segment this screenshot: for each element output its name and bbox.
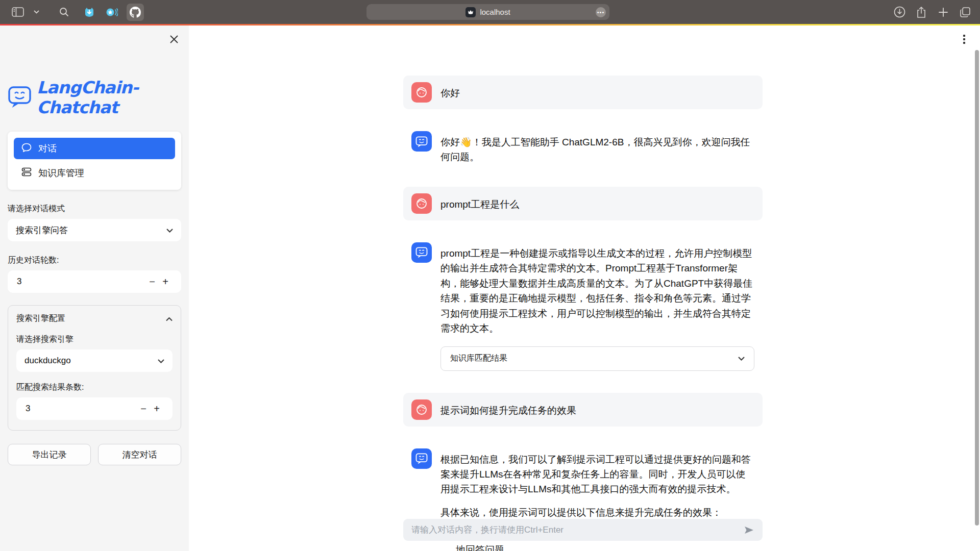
assistant-avatar bbox=[411, 448, 432, 469]
extension-cat-icon[interactable] bbox=[82, 5, 97, 20]
chevron-down-icon bbox=[158, 356, 164, 366]
result-count-label: 匹配搜索结果条数: bbox=[16, 382, 173, 393]
tabs-overview-icon[interactable] bbox=[958, 5, 973, 20]
assistant-message: prompt工程是一种创建提示或指导以生成文本的过程，允许用户控制模型的输出并生… bbox=[403, 236, 763, 378]
send-icon[interactable] bbox=[743, 524, 754, 536]
nav-card: 对话 知识库管理 bbox=[8, 132, 181, 190]
decrement-button[interactable]: − bbox=[145, 276, 159, 288]
database-icon bbox=[21, 167, 32, 179]
history-rounds-input[interactable]: 3 − + bbox=[8, 270, 181, 293]
vertical-scrollbar[interactable] bbox=[975, 50, 979, 525]
result-count-input[interactable]: 3 − + bbox=[16, 397, 173, 420]
dialog-mode-label: 请选择对话模式 bbox=[8, 204, 181, 214]
chat-bubble-icon bbox=[21, 143, 32, 155]
kb-match-results-expander[interactable]: 知识库匹配结果 bbox=[440, 346, 754, 371]
search-engine-config-expander: 搜索引擎配置 请选择搜索引擎 duckduckgo 匹配搜索结果条数: 3 bbox=[8, 305, 181, 431]
kebab-menu-icon[interactable] bbox=[958, 32, 971, 47]
logo-text: LangChain-Chatchat bbox=[37, 78, 181, 117]
chevron-down-icon[interactable] bbox=[33, 5, 40, 20]
browser-toolbar: localhost ••• bbox=[0, 0, 980, 24]
nav-item-dialogue[interactable]: 对话 bbox=[14, 138, 175, 159]
nav-item-knowledge-base[interactable]: 知识库管理 bbox=[14, 162, 175, 184]
close-icon[interactable] bbox=[168, 34, 180, 45]
user-avatar bbox=[411, 399, 432, 420]
url-text: localhost bbox=[480, 8, 510, 16]
message-text: 你好 bbox=[440, 82, 754, 101]
chat-message-list: 你好 你好👋！我是人工智能助手 ChatGLM2-6B，很高兴见到你，欢迎问我任… bbox=[403, 26, 763, 551]
logo-chat-bubble-icon bbox=[8, 85, 32, 110]
message-text: 根据已知信息，我们可以了解到提示词工程可以通过提供更好的问题和答案来提升LLMs… bbox=[440, 452, 754, 497]
message-text: 提示词如何提升完成任务的效果 bbox=[440, 399, 754, 418]
user-avatar bbox=[411, 193, 432, 214]
extension-github-icon[interactable] bbox=[127, 4, 144, 21]
message-text: prompt工程是什么 bbox=[440, 193, 754, 212]
downloads-icon[interactable] bbox=[892, 5, 907, 20]
clear-dialog-button[interactable]: 清空对话 bbox=[98, 444, 181, 465]
expander-title: 搜索引擎配置 bbox=[16, 313, 65, 324]
dialog-mode-select[interactable]: 搜索引擎问答 bbox=[8, 219, 181, 241]
decrement-button[interactable]: − bbox=[137, 403, 150, 415]
user-message: 提示词如何提升完成任务的效果 bbox=[403, 393, 763, 427]
search-engine-label: 请选择搜索引擎 bbox=[16, 334, 173, 345]
increment-button[interactable]: + bbox=[150, 403, 163, 415]
search-engine-value: duckduckgo bbox=[24, 356, 71, 366]
dialog-mode-value: 搜索引擎问答 bbox=[16, 224, 68, 236]
message-text: prompt工程是一种创建提示或指导以生成文本的过程，允许用户控制模型的输出并生… bbox=[440, 248, 752, 334]
sidebar-toggle-icon[interactable] bbox=[10, 5, 26, 20]
message-text: 具体来说，使用提示词可以提供以下信息来提升完成任务的效果： bbox=[440, 505, 754, 520]
chat-main: 你好 你好👋！我是人工智能助手 ChatGLM2-6B，很高兴见到你，欢迎问我任… bbox=[189, 26, 980, 551]
chat-input-bar bbox=[403, 519, 763, 541]
history-rounds-label: 历史对话轮数: bbox=[8, 255, 181, 266]
chevron-up-icon bbox=[166, 314, 173, 323]
ellipsis-icon[interactable]: ••• bbox=[596, 7, 606, 17]
user-message: prompt工程是什么 bbox=[403, 187, 763, 220]
share-icon[interactable] bbox=[914, 5, 929, 20]
address-bar[interactable]: localhost ••• bbox=[366, 4, 609, 20]
app-logo: LangChain-Chatchat bbox=[8, 78, 181, 117]
chevron-down-icon bbox=[166, 225, 173, 235]
site-favicon bbox=[465, 7, 476, 17]
message-text: 你好👋！我是人工智能助手 ChatGLM2-6B，很高兴见到你，欢迎问我任何问题… bbox=[440, 131, 754, 165]
expander-title: 知识库匹配结果 bbox=[450, 352, 507, 365]
export-records-button[interactable]: 导出记录 bbox=[8, 444, 91, 465]
chevron-down-icon bbox=[738, 352, 745, 365]
chat-input[interactable] bbox=[411, 525, 738, 535]
sidebar: LangChain-Chatchat 对话 bbox=[0, 26, 189, 551]
user-avatar bbox=[411, 82, 432, 103]
history-rounds-value: 3 bbox=[17, 277, 21, 287]
search-icon[interactable] bbox=[56, 5, 71, 20]
nav-item-label: 对话 bbox=[38, 142, 57, 155]
new-tab-icon[interactable] bbox=[936, 5, 951, 20]
expander-header[interactable]: 搜索引擎配置 bbox=[16, 313, 173, 324]
extension-circles-icon[interactable] bbox=[104, 5, 119, 20]
assistant-message: 你好👋！我是人工智能助手 ChatGLM2-6B，很高兴见到你，欢迎问我任何问题… bbox=[403, 124, 763, 171]
result-count-value: 3 bbox=[26, 404, 30, 414]
nav-item-label: 知识库管理 bbox=[38, 167, 84, 179]
assistant-avatar bbox=[411, 131, 432, 152]
search-engine-select[interactable]: duckduckgo bbox=[16, 349, 173, 372]
increment-button[interactable]: + bbox=[159, 276, 172, 288]
user-message: 你好 bbox=[403, 76, 763, 109]
assistant-avatar bbox=[411, 242, 432, 263]
